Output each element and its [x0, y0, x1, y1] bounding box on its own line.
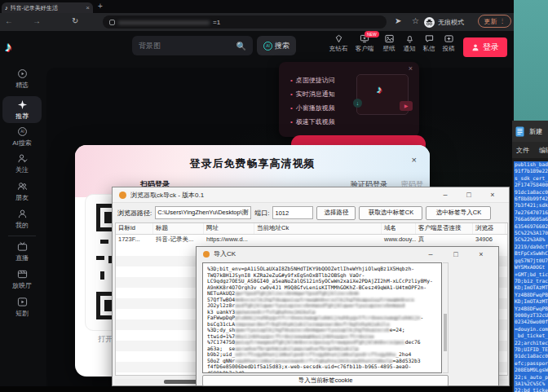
- selected-text-line: 2219/da9dcf0: [514, 244, 548, 250]
- cookie-line: ttwid=1%7mkoijnbhuygvcftrdxzsewaqmkoijnb…: [207, 333, 433, 340]
- back-icon[interactable]: ←: [5, 16, 13, 25]
- nav-item-wallpaper[interactable]: 壁纸: [378, 34, 400, 53]
- monitor-illustration: ♪ ▶ ↓: [356, 74, 409, 115]
- selected-text-line: 5C%22%3A170: [514, 230, 548, 236]
- nav-item-upload[interactable]: 投稿: [438, 34, 459, 53]
- sidebar-item-drama[interactable]: 短剧: [2, 297, 42, 318]
- cookie-line: %7C174750poiuytrewqasdfghjklmnbvcxzpoiuy…: [207, 339, 433, 346]
- choose-path-button[interactable]: 选择路径: [316, 206, 356, 220]
- cookie-line: bsCg31cLAzaqxswcdevfrbgtnhymjukilozaqxsw…: [207, 321, 433, 328]
- selected-text-line: WY5MxA0OGt: [514, 264, 548, 271]
- nav-item-diamond[interactable]: 充钻石: [328, 34, 349, 53]
- sidebar-item-ai-search[interactable]: AI AI搜索: [2, 126, 42, 148]
- ai-search-button[interactable]: AI 搜索: [257, 36, 296, 55]
- search-input[interactable]: 背景图 🔍: [132, 36, 253, 55]
- notepad-tab-label[interactable]: 新建: [529, 127, 542, 136]
- promo-feature-list: 桌面便捷访问实时消息通知小窗播放视频极速下载视频: [290, 73, 335, 129]
- upload-video-icon: [444, 34, 453, 43]
- url-bar[interactable]: xxxxxxxxxxxxxxxxxxxxxxxxxxxx =1: [103, 15, 387, 29]
- table-row[interactable]: 1723F...抖音-记录美...https://www.d...www.dou…: [116, 235, 507, 245]
- minimize-icon[interactable]: –: [435, 191, 455, 199]
- browser-path-input[interactable]: [155, 206, 251, 219]
- selected-text-line: 5C%22%3A8%: [514, 236, 548, 243]
- import-current-tab-cookie-button[interactable]: 导入当前标签cookie: [202, 375, 449, 386]
- menu-file[interactable]: 文件: [516, 146, 529, 155]
- browser-tab[interactable]: ♪ 抖音-记录美好生活 ×: [2, 2, 93, 13]
- nav-item-notify[interactable]: 通知: [399, 34, 420, 53]
- sidebar-item-mine[interactable]: 我的: [2, 209, 42, 230]
- get-selected-tab-ck-button[interactable]: 获取选中标签CK: [359, 206, 422, 220]
- textarea-scrollbar[interactable]: [443, 262, 449, 373]
- column-header[interactable]: 浏览器: [473, 223, 506, 234]
- cookie-textarea[interactable]: %3D;bit_env=pA1i5OLaUXaI8Zb5NHdTIKY9bQOO…: [202, 262, 442, 373]
- maximize-icon[interactable]: □: [445, 250, 466, 258]
- menu-edit[interactable]: 编辑: [539, 146, 548, 155]
- sidebar-item-recommend[interactable]: 推荐: [2, 96, 42, 123]
- selected-text-line: 22;s_auto_pla: [514, 374, 548, 381]
- notepad-content[interactable]: publish_badge91f7b189e223s_sdk_cert_ke2F…: [512, 158, 548, 392]
- promo-close-icon[interactable]: ×: [409, 64, 413, 73]
- douyin-logo-icon[interactable]: ♪: [5, 39, 12, 55]
- ai-icon: AI: [263, 42, 272, 51]
- column-header[interactable]: 域名: [382, 223, 416, 234]
- promo-feature: 桌面便捷访问: [290, 73, 335, 87]
- cookie-line: %3D;bit_env=pA1i5OLaUXaI8Zb5NHdTIKY9bQOO…: [207, 266, 433, 272]
- maximize-icon[interactable]: □: [459, 191, 479, 199]
- reload-icon[interactable]: ↻: [72, 16, 78, 25]
- ck-tool-titlebar[interactable]: 浏览器取ck导ck - 版本0.1 – □ ×: [113, 187, 509, 203]
- column-header[interactable]: 网址: [204, 223, 254, 234]
- table-cell: 真: [416, 235, 473, 245]
- scrollbar-thumb[interactable]: [444, 314, 447, 351]
- send-icon[interactable]: ➤: [395, 16, 401, 25]
- user-icon: [471, 43, 480, 51]
- minimize-icon[interactable]: –: [420, 250, 441, 258]
- column-header[interactable]: 标题: [153, 223, 204, 234]
- import-dialog-titlebar[interactable]: 导入CK – □ ×: [197, 247, 498, 261]
- close-tab-icon[interactable]: ×: [86, 4, 90, 11]
- incognito-badge: 无痕模式: [424, 15, 464, 29]
- update-label: 更新: [484, 17, 497, 26]
- column-header[interactable]: 目标id: [116, 223, 153, 234]
- close-icon[interactable]: ×: [471, 250, 492, 258]
- port-input[interactable]: [272, 206, 313, 219]
- selected-text-line: 91f7b189e223: [514, 168, 548, 174]
- table-cell: https://www.d...: [204, 235, 254, 245]
- search-icon[interactable]: 🔍: [236, 42, 246, 51]
- new-tab-button[interactable]: +: [98, 2, 103, 11]
- live-tv-icon: [17, 241, 28, 252]
- selected-text-line: Yz4B8DFwqPB: [514, 292, 548, 298]
- table-cell: [254, 235, 382, 245]
- sidebar-item-friends[interactable]: 朋友: [2, 181, 42, 202]
- cookie-line: 50oZ_gNNrvgybhunjimkolpxswzaqedcrfvtgbyh…: [207, 358, 433, 364]
- svg-text:AI: AI: [20, 130, 24, 134]
- menu-dots-icon[interactable]: ⋮: [500, 18, 506, 24]
- ai-search-label: 搜索: [275, 41, 289, 51]
- forward-icon[interactable]: →: [33, 16, 41, 25]
- import-selected-tab-ck-button[interactable]: 选中标签导入CK: [426, 206, 491, 220]
- bookmark-star-icon[interactable]: ☆: [412, 16, 419, 25]
- selected-text-line: 22;architectur: [514, 340, 548, 346]
- column-header[interactable]: 客户端是否连接: [416, 223, 473, 234]
- dialog-title: 导入CK: [214, 249, 416, 258]
- sidebar-item-featured[interactable]: 精选: [2, 68, 42, 90]
- site-info-icon[interactable]: [109, 20, 115, 25]
- sidebar-item-theater[interactable]: 放映厅: [2, 269, 42, 290]
- column-header[interactable]: 当前地址Ck: [254, 223, 382, 234]
- selected-text-line: publish_badge: [514, 161, 548, 168]
- header-login-button[interactable]: 登录: [463, 37, 507, 57]
- sidebar-item-live[interactable]: 直播: [2, 241, 42, 262]
- notepad-menubar: 文件 编辑: [512, 142, 548, 158]
- nav-item-messages[interactable]: 私信: [418, 34, 440, 53]
- download-badge-icon: ↓: [353, 99, 362, 108]
- update-button[interactable]: 更新 ⋮: [478, 15, 511, 28]
- promo-feature: 小窗播放视频: [290, 101, 335, 115]
- selected-text-line: 2F1747584000: [514, 182, 548, 188]
- cookie-line: NETuAkUQ2qwrtpsdfghjklzxcvbnmqwrtpsdfghj…: [207, 290, 433, 297]
- selected-text-line: KD;ImOTAzMT: [514, 298, 548, 305]
- sidebar-item-following[interactable]: 关注: [2, 153, 42, 174]
- selected-text-line: s_sdk_cert_ke: [514, 175, 548, 182]
- notepad-tabbar[interactable]: 新建: [512, 121, 548, 142]
- port-label: 端口:: [254, 209, 269, 218]
- modal-close-icon[interactable]: ×: [412, 155, 417, 165]
- close-icon[interactable]: ×: [483, 191, 502, 199]
